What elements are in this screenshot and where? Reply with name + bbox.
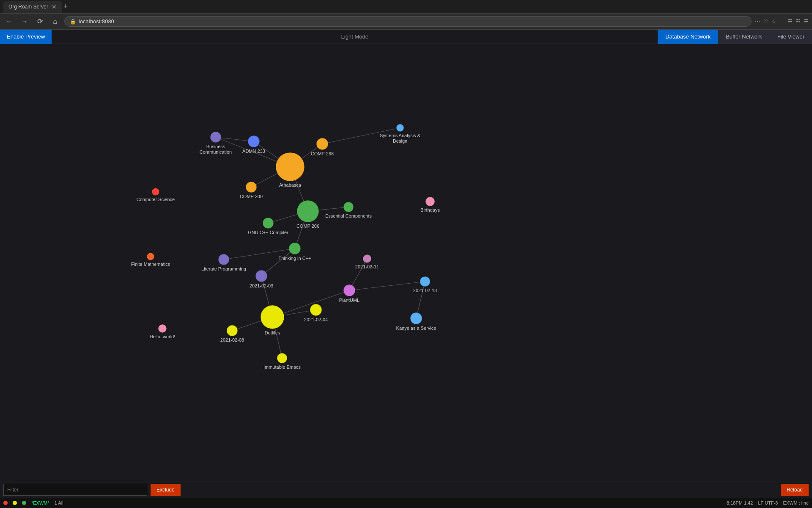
tab-database-network[interactable]: Database Network: [658, 30, 718, 44]
nav-tabs: Database Network Buffer Network File Vie…: [658, 30, 812, 44]
status-dot-yellow: [13, 501, 17, 505]
svg-text:Systems Analysis &Design: Systems Analysis &Design: [380, 133, 421, 144]
browser-tab-bar: Org Roam Server ✕ +: [0, 0, 812, 14]
browser-actions: ⋯ ♡ ☆ ☰ ☷ ☰: [755, 19, 809, 25]
svg-point-48: [255, 270, 267, 282]
svg-point-22: [297, 200, 319, 222]
svg-point-46: [363, 254, 371, 263]
svg-text:2021-02-11: 2021-02-11: [355, 264, 379, 269]
tab-file-viewer[interactable]: File Viewer: [770, 30, 812, 44]
bottom-bar: Exclude Reload: [0, 481, 812, 498]
svg-text:2021-02-08: 2021-02-08: [220, 337, 244, 342]
svg-point-24: [248, 135, 260, 147]
forward-button[interactable]: →: [19, 16, 30, 28]
svg-text:COMP 200: COMP 200: [240, 194, 263, 199]
svg-point-30: [396, 124, 404, 132]
svg-text:Athabasca: Athabasca: [279, 182, 302, 188]
svg-point-54: [420, 276, 430, 287]
security-icon: 🔒: [70, 19, 76, 25]
status-mode: EXWM : line: [783, 500, 809, 505]
enable-preview-button[interactable]: Enable Preview: [0, 30, 52, 44]
svg-text:GNU C++ Compiler: GNU C++ Compiler: [248, 230, 288, 235]
bookmark-icon[interactable]: ♡: [763, 19, 768, 25]
svg-point-50: [261, 305, 284, 329]
svg-point-26: [316, 138, 328, 150]
svg-point-64: [277, 353, 287, 363]
svg-text:2021-02-04: 2021-02-04: [304, 317, 328, 322]
svg-text:2021-02-13: 2021-02-13: [413, 288, 437, 293]
menu-icon[interactable]: ☰: [804, 19, 809, 25]
address-bar[interactable]: 🔒 localhost:8080: [64, 16, 752, 27]
svg-text:PlantUML: PlantUML: [339, 298, 359, 303]
svg-text:Thinking in C++: Thinking in C++: [278, 256, 311, 261]
svg-text:Dotfiles: Dotfiles: [265, 330, 280, 335]
sidebar-icon[interactable]: ☰: [788, 19, 793, 25]
star-icon[interactable]: ☆: [771, 19, 776, 25]
svg-text:Kanye as a Service: Kanye as a Service: [396, 326, 436, 331]
svg-point-42: [218, 254, 229, 265]
svg-point-62: [158, 324, 167, 333]
svg-text:Hello, world!: Hello, world!: [150, 334, 176, 339]
more-options-icon[interactable]: ⋯: [755, 19, 760, 25]
svg-text:Computer Science: Computer Science: [137, 197, 175, 202]
svg-point-32: [246, 182, 257, 193]
browser-address-bar: ← → ⟳ ⌂ 🔒 localhost:8080 ⋯ ♡ ☆ ☰ ☷ ☰: [0, 14, 812, 30]
url-display: localhost:8080: [79, 18, 114, 25]
svg-point-66: [152, 188, 159, 196]
network-graph: AthabascaCOMP 206ADMN 233COMP 268Busines…: [0, 44, 812, 481]
svg-point-44: [147, 253, 154, 260]
tab-title: Org Roam Server: [8, 4, 48, 10]
filter-input[interactable]: [3, 484, 147, 496]
browser-tab[interactable]: Org Roam Server ✕: [3, 1, 62, 13]
svg-point-52: [343, 284, 355, 296]
svg-line-9: [261, 248, 295, 276]
svg-point-56: [410, 312, 422, 324]
status-dot-red: [3, 501, 8, 505]
app-bar: Enable Preview Light Mode Database Netwo…: [0, 30, 812, 44]
svg-text:Essential Components: Essential Components: [325, 213, 372, 218]
status-time: 8:18PM 1.42: [727, 500, 753, 505]
refresh-button[interactable]: ⟳: [34, 16, 46, 28]
status-bar: *EXWM* 1 All 8:18PM 1.42 LF UTF-8 EXWM :…: [0, 498, 812, 508]
exclude-button[interactable]: Exclude: [151, 484, 181, 496]
svg-point-34: [343, 202, 354, 212]
tab-buffer-network[interactable]: Buffer Network: [718, 30, 770, 44]
svg-point-20: [276, 152, 304, 181]
svg-point-58: [310, 304, 322, 316]
svg-text:2021-02-03: 2021-02-03: [250, 283, 273, 288]
svg-point-60: [227, 325, 238, 336]
back-button[interactable]: ←: [3, 16, 15, 28]
svg-point-28: [210, 132, 221, 143]
svg-text:Birthdays: Birthdays: [420, 207, 440, 213]
grid-icon[interactable]: ☷: [796, 19, 801, 25]
home-button[interactable]: ⌂: [49, 16, 61, 28]
svg-text:COMP 206: COMP 206: [296, 224, 319, 229]
svg-text:BusinessCommunication: BusinessCommunication: [200, 144, 232, 155]
svg-point-40: [289, 243, 301, 254]
svg-point-36: [425, 197, 435, 206]
light-mode-label: Light Mode: [52, 33, 658, 40]
close-tab-button[interactable]: ✕: [52, 3, 57, 10]
svg-text:COMP 268: COMP 268: [311, 151, 334, 156]
svg-text:Immutable Emacs: Immutable Emacs: [263, 364, 301, 370]
svg-text:ADMN 233: ADMN 233: [242, 149, 265, 154]
svg-text:Literate Programming: Literate Programming: [201, 266, 246, 271]
svg-point-38: [263, 218, 274, 229]
svg-text:Finite Mathematics: Finite Mathematics: [131, 262, 170, 267]
status-encoding: LF UTF-8: [758, 500, 778, 505]
workspace-label: 1 All: [55, 500, 63, 505]
status-dot-green: [22, 501, 26, 505]
emacs-mode: *EXWM*: [31, 500, 49, 505]
new-tab-button[interactable]: +: [63, 2, 68, 11]
reload-button[interactable]: Reload: [781, 484, 809, 496]
network-canvas[interactable]: AthabascaCOMP 206ADMN 233COMP 268Busines…: [0, 44, 812, 481]
